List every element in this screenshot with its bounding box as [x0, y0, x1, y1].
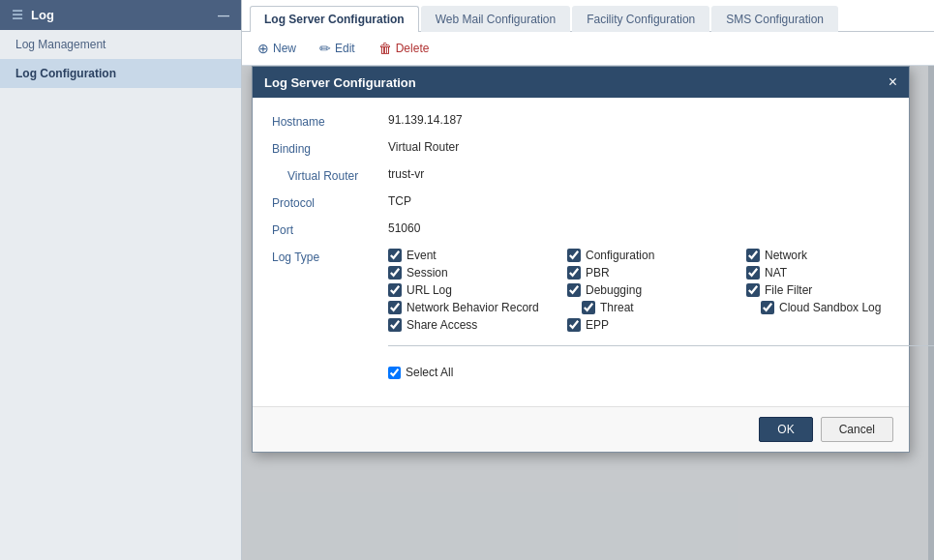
checkbox-share-access[interactable]: Share Access	[388, 318, 567, 332]
checkbox-session[interactable]: Session	[388, 266, 567, 280]
checkbox-nat[interactable]: NAT	[746, 266, 925, 280]
sidebar-minimize[interactable]: —	[218, 9, 229, 22]
modal-overlay: Log Server Configuration × Hostname 91.1…	[242, 66, 934, 560]
sidebar-item-log-management[interactable]: Log Management	[0, 30, 241, 59]
tab-sms-configuration[interactable]: SMS Configuration	[711, 6, 838, 32]
virtual-router-label: Virtual Router	[272, 167, 388, 183]
new-icon: ⊕	[257, 41, 269, 56]
checkbox-pbr[interactable]: PBR	[567, 266, 746, 280]
modal-body: Hostname 91.139.14.187 Binding Virtual R…	[253, 98, 909, 406]
tab-facility-configuration[interactable]: Facility Configuration	[572, 6, 709, 32]
port-row: Port 51060	[272, 221, 889, 237]
checkbox-url-log[interactable]: URL Log	[388, 283, 567, 297]
port-label: Port	[272, 221, 388, 237]
ok-button[interactable]: OK	[759, 417, 812, 442]
hostname-value: 91.139.14.187	[388, 113, 463, 127]
port-value: 51060	[388, 221, 420, 235]
protocol-value: TCP	[388, 194, 411, 208]
modal-log-server-config: Log Server Configuration × Hostname 91.1…	[252, 66, 910, 453]
checkbox-network[interactable]: Network	[746, 249, 925, 262]
tabs-bar: Log Server Configuration Web Mail Config…	[242, 0, 934, 32]
checkbox-session-input[interactable]	[388, 266, 402, 280]
checkbox-event[interactable]: Event	[388, 249, 567, 262]
content-area: Log Server Configuration × Hostname 91.1…	[242, 66, 934, 560]
log-icon: ☰	[12, 8, 23, 22]
virtual-router-value: trust-vr	[388, 167, 424, 181]
log-type-grid: Event Configuration Network	[388, 249, 934, 379]
select-all-input[interactable]	[388, 367, 401, 379]
log-type-row-0: Event Configuration Network	[388, 249, 934, 262]
modal-footer: OK Cancel	[253, 406, 909, 452]
checkbox-threat[interactable]: Threat	[582, 301, 761, 314]
modal-title: Log Server Configuration	[264, 75, 416, 90]
edit-button[interactable]: ✏ Edit	[314, 38, 361, 59]
delete-icon: 🗑	[378, 41, 392, 56]
sidebar-item-log-configuration[interactable]: Log Configuration	[0, 59, 241, 88]
edit-icon: ✏	[319, 41, 331, 56]
modal-header: Log Server Configuration ×	[253, 67, 909, 98]
log-type-row-4: Share Access EPP	[388, 318, 934, 332]
log-type-row-2: URL Log Debugging File Filter	[388, 283, 934, 297]
checkbox-configuration[interactable]: Configuration	[567, 249, 746, 262]
toolbar: ⊕ New ✏ Edit 🗑 Delete	[242, 32, 934, 66]
protocol-label: Protocol	[272, 194, 388, 210]
new-button[interactable]: ⊕ New	[252, 38, 302, 59]
log-type-label: Log Type	[272, 249, 388, 264]
log-type-row: Log Type Event	[272, 249, 889, 379]
hostname-label: Hostname	[272, 113, 388, 129]
log-type-row-3: Network Behavior Record Threat Cloud San…	[388, 301, 934, 314]
protocol-row: Protocol TCP	[272, 194, 889, 210]
checkbox-nat-input[interactable]	[746, 266, 760, 280]
modal-close-button[interactable]: ×	[889, 74, 897, 90]
sidebar-title: Log	[31, 8, 54, 22]
sidebar: ☰ Log — Log Management Log Configuration	[0, 0, 242, 560]
select-all-checkbox[interactable]: Select All	[388, 366, 934, 379]
checkbox-network-input[interactable]	[746, 249, 760, 262]
checkbox-network-behavior-record-input[interactable]	[388, 301, 402, 314]
checkbox-file-filter-input[interactable]	[746, 283, 760, 297]
checkbox-url-log-input[interactable]	[388, 283, 402, 297]
checkbox-network-behavior-record[interactable]: Network Behavior Record	[388, 301, 582, 314]
main-content: Log Server Configuration Web Mail Config…	[242, 0, 934, 560]
virtual-router-row: Virtual Router trust-vr	[272, 167, 889, 183]
checkbox-cloud-sandbox-log[interactable]: Cloud Sandbox Log	[761, 301, 934, 314]
checkbox-configuration-input[interactable]	[567, 249, 581, 262]
delete-button[interactable]: 🗑 Delete	[373, 38, 436, 59]
checkbox-cloud-sandbox-log-input[interactable]	[761, 301, 774, 314]
checkbox-file-filter[interactable]: File Filter	[746, 283, 925, 297]
tab-web-mail-configuration[interactable]: Web Mail Configuration	[421, 6, 571, 32]
cancel-button[interactable]: Cancel	[821, 417, 893, 442]
binding-label: Binding	[272, 140, 388, 156]
tab-log-server-configuration[interactable]: Log Server Configuration	[250, 6, 419, 32]
checkbox-debugging[interactable]: Debugging	[567, 283, 746, 297]
binding-value: Virtual Router	[388, 140, 459, 154]
checkbox-event-input[interactable]	[388, 249, 402, 262]
checkbox-debugging-input[interactable]	[567, 283, 581, 297]
checkbox-pbr-input[interactable]	[567, 266, 581, 280]
binding-row: Binding Virtual Router	[272, 140, 889, 156]
checkbox-epp-input[interactable]	[567, 318, 581, 332]
log-type-divider	[388, 345, 934, 346]
sidebar-header: ☰ Log —	[0, 0, 241, 30]
checkbox-epp[interactable]: EPP	[567, 318, 746, 332]
checkbox-share-access-input[interactable]	[388, 318, 402, 332]
checkbox-threat-input[interactable]	[582, 301, 595, 314]
select-all-label: Select All	[406, 366, 453, 379]
log-type-row-1: Session PBR NAT	[388, 266, 934, 280]
hostname-row: Hostname 91.139.14.187	[272, 113, 889, 129]
